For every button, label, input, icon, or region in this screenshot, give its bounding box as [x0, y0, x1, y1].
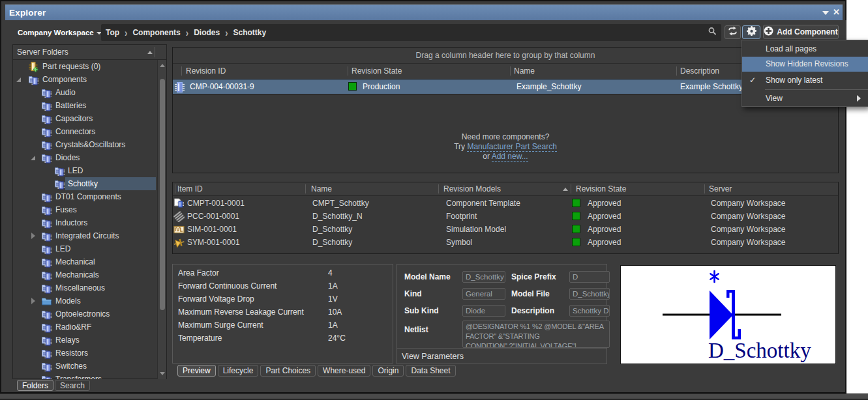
field-input-sub-kind[interactable]: Diode [462, 305, 505, 317]
column-header-revision-id[interactable]: Revision ID [186, 66, 226, 76]
refresh-button[interactable] [725, 25, 741, 39]
model-row-sym-001-0001[interactable]: SYM-001-0001D_SchottkySymbolApprovedComp… [173, 236, 838, 249]
server-folders-header[interactable]: Server Folders [13, 45, 166, 60]
sidebar-item-capacitors[interactable]: Capacitors [13, 112, 156, 125]
sidebar-item-inductors[interactable]: Inductors [13, 216, 156, 229]
tab-lifecycle[interactable]: Lifecycle [218, 365, 259, 377]
tree-scrollbar[interactable] [157, 60, 166, 379]
model-row-pcc-001-0001[interactable]: PCC-001-0001D_Schottky_NFootprintApprove… [173, 210, 838, 223]
component-folder-icon [41, 348, 52, 358]
sidebar-item-integrated-circuits[interactable]: Integrated Circuits [13, 229, 156, 242]
sidebar-item-mechanicals[interactable]: Mechanicals [13, 268, 156, 281]
scroll-up-icon[interactable] [160, 64, 165, 67]
column-header-name[interactable]: Name [514, 66, 535, 76]
view-parameters-bar[interactable]: View Parameters [397, 348, 606, 364]
settings-button[interactable] [742, 25, 760, 39]
sidebar-item-audio[interactable]: Audio [13, 86, 156, 99]
sidebar-item-dt01-components[interactable]: DT01 Components [13, 190, 156, 203]
sidebar-item-optoelectronics[interactable]: Optoelectronics [13, 307, 156, 321]
simulation-model-icon [173, 224, 184, 235]
component-folder-icon [41, 218, 52, 228]
sidebar-item-diodes[interactable]: Diodes [13, 151, 156, 164]
revision-row[interactable]: CMP-004-00031-9ProductionExample_Schottk… [173, 79, 838, 94]
server-cell: Company Workspace [711, 225, 786, 234]
model-row-cmpt-001-0001[interactable]: CMPT-001-0001CMPT_SchottkyComponent Temp… [173, 197, 838, 210]
collapse-panel-icon[interactable] [822, 11, 829, 15]
netlist-field[interactable]: @DESIGNATOR %1 %2 @MODEL &"AREA FACTOR" … [462, 321, 610, 348]
workspace-selector[interactable]: Company Workspace [18, 25, 102, 40]
tree-expanded-icon[interactable] [16, 78, 21, 82]
empty-grid-hint: Need more components? Try Manufacturer P… [173, 132, 838, 162]
sidebar-item-components[interactable]: Components [13, 73, 156, 86]
tab-part-choices[interactable]: Part Choices [260, 365, 316, 377]
tree-collapsed-icon[interactable] [31, 298, 35, 304]
group-by-bar[interactable]: Drag a column header here to group by th… [173, 48, 838, 64]
search-button[interactable] [704, 25, 720, 40]
component-folder-icon [54, 179, 65, 189]
sidebar-tab-search[interactable]: Search [55, 380, 90, 391]
menu-item-show-hidden-revisions[interactable]: Show Hidden Revisions [742, 57, 868, 72]
sidebar-item-mechanical[interactable]: Mechanical [13, 255, 156, 268]
field-input-kind[interactable]: General [462, 288, 505, 300]
tree-expanded-icon[interactable] [31, 156, 35, 160]
tab-origin[interactable]: Origin [372, 365, 404, 377]
scroll-down-icon[interactable] [160, 372, 165, 375]
field-input-description[interactable]: Schottky D [569, 305, 610, 317]
revision-state-cell: Approved [588, 225, 621, 234]
sidebar-item-models[interactable]: Models [13, 294, 156, 307]
sidebar-item-miscellaneous[interactable]: Miscellaneous [13, 281, 156, 294]
column-header-name[interactable]: Name [311, 184, 332, 193]
tab-preview[interactable]: Preview [177, 365, 216, 377]
add-new-link[interactable]: Add new... [492, 152, 528, 162]
breadcrumb-item-diodes[interactable]: Diodes [194, 28, 220, 37]
menu-item-show-only-latest[interactable]: ✓Show only latest [742, 73, 868, 88]
column-separator [305, 184, 306, 193]
column-header-description[interactable]: Description [680, 66, 719, 76]
column-header-item-id[interactable]: Item ID [177, 184, 203, 193]
field-input-spice-prefix[interactable]: D [569, 271, 610, 283]
column-header-revision-models[interactable]: Revision Models [443, 184, 501, 193]
revisions-grid: Drag a column header here to group by th… [172, 47, 839, 173]
sidebar-tab-folders[interactable]: Folders [17, 380, 53, 391]
sidebar-item-transformers[interactable]: Transformers [13, 373, 156, 379]
tab-data-sheet[interactable]: Data Sheet [406, 365, 455, 377]
sidebar-item-led[interactable]: LED [13, 164, 156, 177]
sidebar-item-led[interactable]: LED [13, 242, 156, 255]
component-template-icon [173, 198, 184, 208]
breadcrumb-item-top[interactable]: Top [106, 28, 119, 37]
column-header-revision-state[interactable]: Revision State [352, 66, 402, 76]
tree-scrollbar-thumb[interactable] [160, 79, 165, 310]
symbol-icon [173, 237, 184, 248]
sidebar-item-fuses[interactable]: Fuses [13, 203, 156, 216]
sidebar-item-crystals-oscillators[interactable]: Crystals&Oscillators [13, 138, 156, 151]
field-input-model-name[interactable]: D_Schottky [462, 271, 505, 283]
sidebar-item-batteries[interactable]: Batteries [13, 99, 156, 112]
sidebar-item-radio-rf[interactable]: Radio&RF [13, 321, 156, 334]
add-component-button[interactable]: Add Component [763, 25, 839, 39]
manufacturer-part-search-link[interactable]: Manufacturer Part Search [467, 142, 556, 152]
models-grid: Item IDNameRevision ModelsRevision State… [172, 182, 839, 254]
model-row-sim-001-0001[interactable]: SIM-001-0001D_SchottkySimulation ModelAp… [173, 223, 838, 236]
workspace-bottom-strip [0, 393, 868, 400]
sidebar-item-relays[interactable]: Relays [13, 334, 156, 347]
sidebar-item-part-requests-0-[interactable]: Part requests (0) [13, 60, 156, 73]
menu-item-load-all-pages[interactable]: Load all pages [742, 42, 868, 57]
name-cell: CMPT_Schottky [312, 199, 369, 208]
sidebar-item-connectors[interactable]: Connectors [13, 125, 156, 138]
breadcrumb-item-components[interactable]: Components [132, 28, 180, 37]
tree-collapsed-icon[interactable] [31, 233, 35, 239]
column-header-revision-state[interactable]: Revision State [576, 184, 626, 193]
field-input-model-file[interactable]: D_Schottky [569, 288, 610, 300]
server-folders-panel: Server Folders Part requests (0)Componen… [12, 44, 167, 379]
breadcrumb-item-schottky[interactable]: Schottky [233, 28, 267, 37]
sidebar-item-schottky[interactable]: Schottky [13, 177, 156, 190]
parameter-name: Area Factor [178, 268, 219, 278]
sidebar-item-resistors[interactable]: Resistors [13, 347, 156, 360]
close-panel-icon[interactable]: ✕ [833, 7, 840, 17]
tab-where-used[interactable]: Where-used [318, 365, 370, 377]
sidebar-item-switches[interactable]: Switches [13, 360, 156, 373]
panel-titlebar[interactable]: Explorer ✕ [5, 5, 843, 20]
name-cell: D_Schottky [312, 225, 352, 234]
menu-item-view[interactable]: View [742, 91, 868, 106]
column-header-server[interactable]: Server [709, 184, 732, 193]
